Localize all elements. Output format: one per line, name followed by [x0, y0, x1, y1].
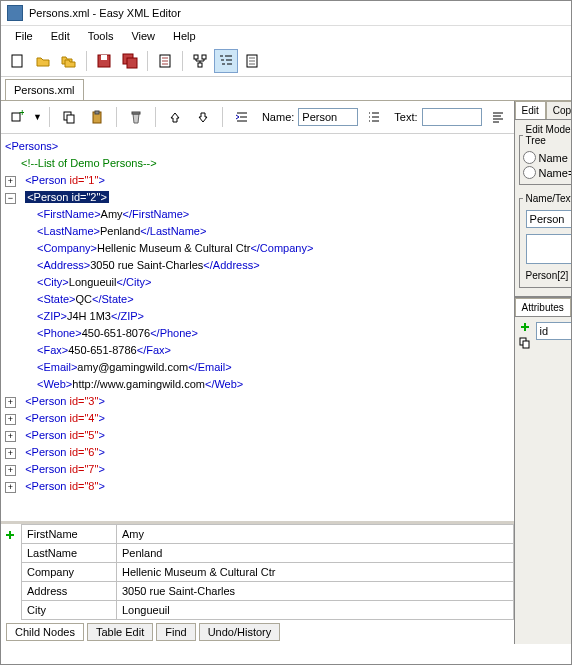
child-name[interactable]: City: [22, 601, 117, 620]
new-node-button[interactable]: +: [5, 105, 29, 129]
svg-rect-0: [12, 55, 22, 67]
menu-edit[interactable]: Edit: [43, 28, 78, 44]
text-field[interactable]: [526, 234, 572, 264]
tree-person-5[interactable]: + <Person id="5">: [5, 427, 510, 444]
child-name[interactable]: Company: [22, 563, 117, 582]
menu-view[interactable]: View: [123, 28, 163, 44]
delete-node-button[interactable]: [124, 105, 148, 129]
tree-root[interactable]: <Persons>: [5, 138, 510, 155]
expander-icon[interactable]: +: [5, 465, 16, 476]
tree-comment[interactable]: <!--List of Demo Persons-->: [5, 155, 510, 172]
tab-find[interactable]: Find: [156, 623, 195, 641]
copy-node-button[interactable]: [57, 105, 81, 129]
xml-tree[interactable]: <Persons><!--List of Demo Persons-->+ <P…: [1, 134, 514, 521]
tree-node-email[interactable]: <Email>amy@gamingwild.com</Email>: [5, 359, 510, 376]
bottom-tabs: Child Nodes Table Edit Find Undo/History: [1, 620, 514, 644]
svg-rect-51: [523, 341, 529, 348]
child-name[interactable]: FirstName: [22, 525, 117, 544]
tree-person-2[interactable]: − <Person id="2">: [5, 189, 510, 206]
child-value[interactable]: Longueuil: [117, 601, 514, 620]
expander-icon[interactable]: +: [5, 482, 16, 493]
add-child-button[interactable]: [1, 526, 19, 544]
menu-help[interactable]: Help: [165, 28, 204, 44]
tree-person-1[interactable]: + <Person id="1">: [5, 172, 510, 189]
text-input[interactable]: [422, 108, 482, 126]
table-row[interactable]: CompanyHellenic Museum & Cultural Ctr: [22, 563, 514, 582]
svg-rect-4: [127, 58, 137, 68]
tree-node-address[interactable]: <Address>3050 rue Saint-Charles</Address…: [5, 257, 510, 274]
add-attr-button[interactable]: [517, 319, 533, 335]
child-name[interactable]: Address: [22, 582, 117, 601]
tree-node-state[interactable]: <State>QC</State>: [5, 291, 510, 308]
child-name[interactable]: LastName: [22, 544, 117, 563]
menubar: File Edit Tools View Help: [1, 26, 571, 46]
name-input[interactable]: [298, 108, 358, 126]
tree-node-firstname[interactable]: <FirstName>Amy</FirstName>: [5, 206, 510, 223]
attr-name-field[interactable]: [536, 322, 572, 340]
align-button[interactable]: [486, 105, 510, 129]
name-label: Name:: [262, 111, 294, 123]
tree-node-company[interactable]: <Company>Hellenic Museum & Cultural Ctr<…: [5, 240, 510, 257]
child-value[interactable]: Amy: [117, 525, 514, 544]
document-button[interactable]: [153, 49, 177, 73]
save-all-button[interactable]: [118, 49, 142, 73]
expander-icon[interactable]: +: [5, 414, 16, 425]
tab-undo-history[interactable]: Undo/History: [199, 623, 281, 641]
list-icon-button[interactable]: [362, 105, 386, 129]
svg-rect-10: [202, 55, 206, 59]
move-down-button[interactable]: [191, 105, 215, 129]
tree-node-lastname[interactable]: <LastName>Penland</LastName>: [5, 223, 510, 240]
titlebar: Persons.xml - Easy XML Editor: [1, 1, 571, 26]
text-view-button[interactable]: [240, 49, 264, 73]
svg-rect-32: [132, 112, 140, 114]
main-toolbar: [1, 46, 571, 77]
expander-icon[interactable]: −: [5, 193, 16, 204]
paste-node-button[interactable]: [85, 105, 109, 129]
table-row[interactable]: FirstNameAmy: [22, 525, 514, 544]
tab-child-nodes[interactable]: Child Nodes: [6, 623, 84, 641]
radio-name[interactable]: [523, 151, 536, 164]
tab-table-edit[interactable]: Table Edit: [87, 623, 153, 641]
menu-file[interactable]: File: [7, 28, 41, 44]
child-value[interactable]: Penland: [117, 544, 514, 563]
child-value[interactable]: 3050 rue Saint-Charles: [117, 582, 514, 601]
right-tab-edit[interactable]: Edit: [515, 101, 546, 119]
window-title: Persons.xml - Easy XML Editor: [29, 7, 181, 19]
right-tab-copypaste[interactable]: Copy/Paste: [546, 101, 572, 119]
child-value[interactable]: Hellenic Museum & Cultural Ctr: [117, 563, 514, 582]
tree-person-8[interactable]: + <Person id="8">: [5, 478, 510, 495]
open-files-button[interactable]: [57, 49, 81, 73]
tree-person-4[interactable]: + <Person id="4">: [5, 410, 510, 427]
tree-person-7[interactable]: + <Person id="7">: [5, 461, 510, 478]
name-text-legend: Name/Text Cont: [523, 193, 572, 204]
tree-node-fax[interactable]: <Fax>450-651-8786</Fax>: [5, 342, 510, 359]
move-up-button[interactable]: [163, 105, 187, 129]
copy-attr-button[interactable]: [517, 335, 533, 351]
file-tab[interactable]: Persons.xml: [5, 79, 84, 100]
new-file-button[interactable]: [5, 49, 29, 73]
open-file-button[interactable]: [31, 49, 55, 73]
list-view-button[interactable]: [214, 49, 238, 73]
tree-person-3[interactable]: + <Person id="3">: [5, 393, 510, 410]
save-button[interactable]: [92, 49, 116, 73]
expander-icon[interactable]: +: [5, 397, 16, 408]
tree-node-zip[interactable]: <ZIP>J4H 1M3</ZIP>: [5, 308, 510, 325]
tree-node-web[interactable]: <Web>http://www.gamingwild.com</Web>: [5, 376, 510, 393]
table-row[interactable]: Address3050 rue Saint-Charles: [22, 582, 514, 601]
indent-button[interactable]: [230, 105, 254, 129]
app-icon: [7, 5, 23, 21]
tree-node-city[interactable]: <City>Longueuil</City>: [5, 274, 510, 291]
tree-view-button[interactable]: [188, 49, 212, 73]
radio-nametext[interactable]: [523, 166, 536, 179]
expander-icon[interactable]: +: [5, 448, 16, 459]
tree-person-6[interactable]: + <Person id="6">: [5, 444, 510, 461]
expander-icon[interactable]: +: [5, 176, 16, 187]
child-nodes-table[interactable]: FirstNameAmyLastNamePenlandCompanyHellen…: [21, 524, 514, 620]
expander-icon[interactable]: +: [5, 431, 16, 442]
tree-node-phone[interactable]: <Phone>450-651-8076</Phone>: [5, 325, 510, 342]
name-field[interactable]: [526, 210, 572, 228]
table-row[interactable]: CityLongueuil: [22, 601, 514, 620]
table-row[interactable]: LastNamePenland: [22, 544, 514, 563]
right-tab-attributes[interactable]: Attributes: [515, 298, 571, 316]
menu-tools[interactable]: Tools: [80, 28, 122, 44]
